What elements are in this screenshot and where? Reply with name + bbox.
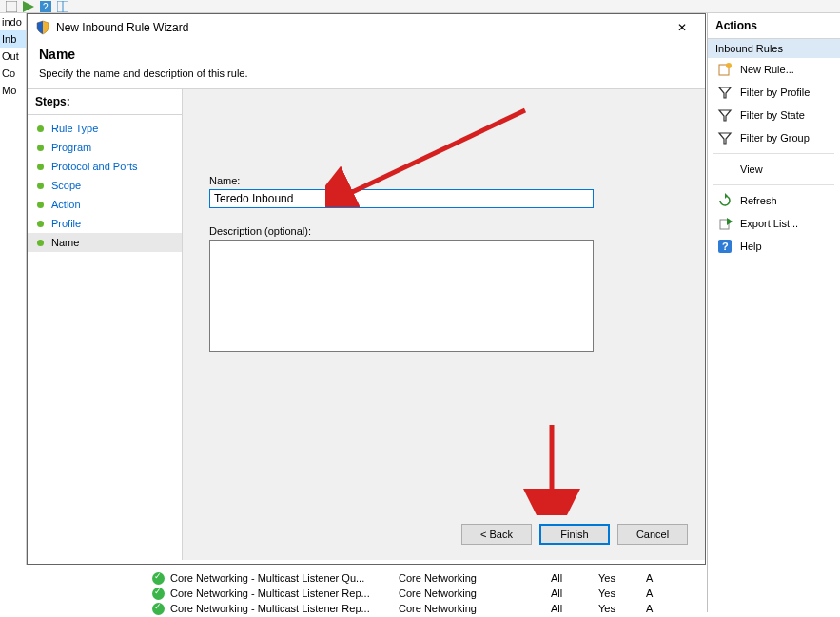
svg-marker-1: [23, 1, 34, 12]
svg-rect-0: [6, 1, 17, 12]
toolbar-icon[interactable]: [57, 1, 68, 12]
toolbar-icon[interactable]: ?: [40, 1, 51, 12]
toolbar-icon[interactable]: [23, 1, 34, 12]
toolbar-strip: ?: [0, 0, 840, 13]
toolbar-icon[interactable]: [6, 1, 17, 12]
svg-text:?: ?: [43, 2, 49, 12]
